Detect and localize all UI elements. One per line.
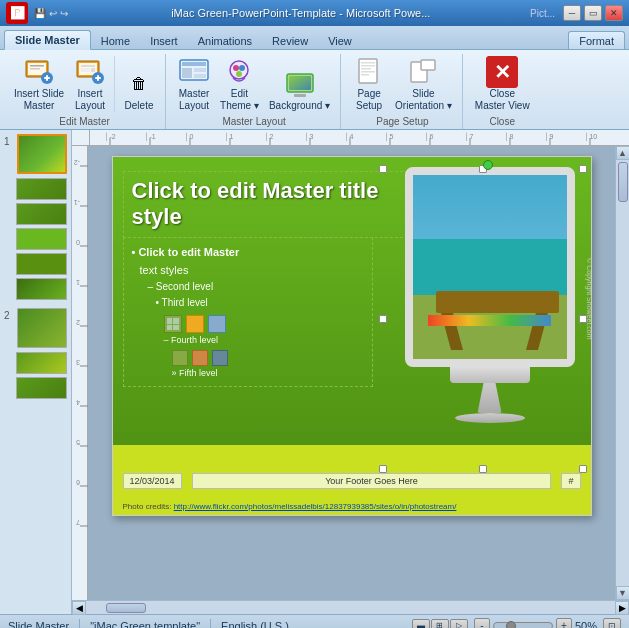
thumbnail-1[interactable]: 1 [4,134,67,174]
window-controls: ─ ▭ ✕ [563,5,623,21]
title-bar: 🅿 💾 ↩ ↪ iMac Green-PowerPoint-Template -… [0,0,629,26]
zoom-percent: 50% [575,620,597,629]
horizontal-scrollbar[interactable]: ◀ ▶ [72,600,629,614]
reading-view-button[interactable]: ▷ [450,619,468,629]
status-sep-2 [210,619,211,629]
tab-home[interactable]: Home [91,32,140,49]
slide-content-box[interactable]: • Click to edit Master text styles – Sec… [123,237,373,387]
scroll-up-arrow[interactable]: ▲ [616,146,630,160]
sub-thumb-3[interactable] [16,228,67,250]
handle-bottom-right[interactable] [579,465,587,473]
scroll-left-arrow[interactable]: ◀ [72,601,86,615]
zoom-out-button[interactable]: - [474,618,490,629]
icon-row [164,315,364,333]
thumb-slide-1[interactable] [17,134,67,174]
tab-review[interactable]: Review [262,32,318,49]
h-scroll-track [86,603,615,613]
scroll-thumb[interactable] [618,162,628,202]
slide-canvas-wrapper[interactable]: Click to edit Master title style • Click… [88,146,615,600]
h-scroll-thumb[interactable] [106,603,146,613]
background-button[interactable]: Background ▾ [265,66,334,114]
svg-point-21 [233,65,239,71]
svg-text:2: 2 [76,319,80,326]
main-area: 1 2 [0,130,629,614]
handle-bottom-left[interactable] [379,465,387,473]
status-bar: Slide Master "iMac Green template" Engli… [0,614,629,628]
scroll-down-arrow[interactable]: ▼ [616,586,630,600]
scroll-track [618,160,628,586]
tab-view[interactable]: View [318,32,362,49]
delete-button[interactable]: 🗑 Delete [119,66,159,114]
insert-slide-master-label: Insert SlideMaster [14,88,64,112]
tab-animations[interactable]: Animations [188,32,262,49]
insert-layout-button[interactable]: InsertLayout [70,54,110,114]
sub-thumb-2[interactable] [16,203,67,225]
handle-top-right[interactable] [579,165,587,173]
sub-thumb-6[interactable] [16,352,67,374]
tab-slide-master[interactable]: Slide Master [4,30,91,50]
edit-theme-button[interactable]: EditTheme ▾ [216,54,263,114]
handle-bottom-mid[interactable] [479,465,487,473]
slide-orientation-button[interactable]: SlideOrientation ▾ [391,54,456,114]
zoom-thumb[interactable] [506,621,516,629]
edit-theme-icon [223,56,255,88]
photo-credits-link[interactable]: http://www.flickr.com/photos/melissadelb… [174,502,457,511]
restore-button[interactable]: ▭ [584,5,602,21]
sub-thumb-4[interactable] [16,253,67,275]
page-setup-button[interactable]: PageSetup [349,54,389,114]
slide-title-box[interactable]: Click to edit Master title style [123,171,413,238]
svg-rect-34 [421,60,435,70]
svg-text:│1: │1 [225,132,233,142]
close-button[interactable]: ✕ [605,5,623,21]
minimize-button[interactable]: ─ [563,5,581,21]
svg-text:1: 1 [76,279,80,286]
master-layout-button[interactable]: MasterLayout [174,54,214,114]
insert-layout-icon [74,56,106,88]
handle-top-left-img[interactable] [379,165,387,173]
fit-button[interactable]: ⊡ [603,618,621,629]
ribbon-group-close: ✕ CloseMaster View Close [465,54,540,129]
edit-theme-label: EditTheme ▾ [220,88,259,112]
sub-thumb-1[interactable] [16,178,67,200]
thumb-slide-2[interactable] [17,308,67,348]
master-layout-group-label: Master Layout [222,116,285,127]
sub-thumb-5[interactable] [16,278,67,300]
slide-title-text: Click to edit Master title style [132,178,404,231]
canvas-with-ruler: -2 -1 0 1 2 3 4 5 6 7 [72,146,629,600]
insert-slide-master-button[interactable]: Insert SlideMaster [10,54,68,114]
close-master-view-button[interactable]: ✕ CloseMaster View [471,54,534,114]
handle-mid-left[interactable] [379,315,387,323]
page-num-box[interactable]: # [561,473,580,489]
date-box[interactable]: 12/03/2014 [123,473,182,489]
sub-thumb-7[interactable] [16,377,67,399]
svg-rect-6 [46,75,48,81]
slide-canvas[interactable]: Click to edit Master title style • Click… [112,156,592,516]
footer-text-box[interactable]: Your Footer Goes Here [192,473,552,489]
ruler-vertical: -2 -1 0 1 2 3 4 5 6 7 [72,146,88,600]
icon-2a [172,350,188,366]
vertical-scrollbar[interactable]: ▲ ▼ [615,146,629,600]
tab-insert[interactable]: Insert [140,32,188,49]
scroll-right-arrow[interactable]: ▶ [615,601,629,615]
window-title: iMac Green-PowerPoint-Template - Microso… [72,7,530,19]
zoom-in-button[interactable]: + [556,618,572,629]
tab-format[interactable]: Format [568,31,625,49]
sub-thumbnails [16,178,67,300]
imac-image-area[interactable] [395,167,585,437]
slide-sorter-button[interactable]: ⊞ [431,619,449,629]
svg-rect-14 [97,75,99,81]
svg-rect-18 [194,68,206,72]
svg-rect-16 [182,62,206,66]
svg-rect-32 [361,74,369,76]
imac-stand [475,383,505,413]
slide-edit-area: │-2 │-1 │0 │1 │2 │3 │4 │5 │6 │7 │8 │9 │1… [72,130,629,614]
rotation-handle[interactable] [483,160,493,170]
svg-rect-26 [294,94,306,97]
svg-rect-3 [30,68,40,70]
svg-text:4: 4 [76,399,80,406]
content-line-5: – Fourth level [164,333,364,347]
content-line-4: • Third level [156,295,364,311]
normal-view-button[interactable]: ▬ [412,619,430,629]
zoom-slider[interactable] [493,622,553,629]
thumbnail-2[interactable]: 2 [4,308,67,348]
